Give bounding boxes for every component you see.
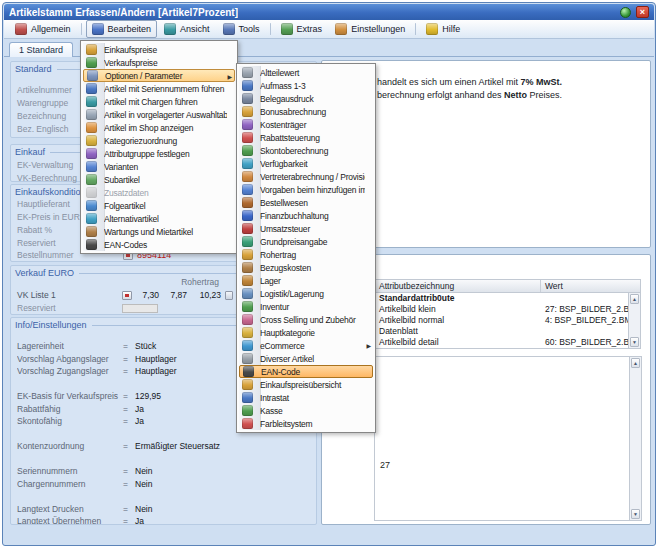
submenu-item-bonusabrechnung[interactable]: Bonusabrechnung [239,105,373,118]
submenu-item-intrastat[interactable]: Intrastat [239,391,373,404]
menubar-item-label: Bearbeiten [108,24,152,34]
info-label: Langtext Drucken [17,503,123,516]
menu-item-artikel-in-vorgelagerter-auswahltabelle-verbergen[interactable]: Artikel in vorgelagerter Auswahltabelle … [83,108,235,121]
submenu-item-cross-selling-und-zubehör[interactable]: Cross Selling und Zubehör [239,313,373,326]
attr-value: 4: BSP_BILDER_2.BMP [545,315,628,326]
warehouse-icon [242,275,253,286]
menu-item-subartikel[interactable]: Subartikel [83,173,235,186]
batches-icon [86,96,97,107]
submenu-item-belegausdruck[interactable]: Belegausdruck [239,92,373,105]
scroll-down-button[interactable] [631,509,640,519]
tab-1-standard[interactable]: 1 Standard [9,42,73,57]
scroll-up-button[interactable] [631,358,640,368]
info-label: Rabattfähig [17,403,123,416]
close-button[interactable] [636,6,649,18]
mwst-highlight: 7% MwSt. [521,77,563,87]
menu-item-attributgruppe-festlegen[interactable]: Attributgruppe festlegen [83,147,235,160]
info-value: Ja [135,415,144,428]
info-label: EK-Basis für Verkaufspreis [17,390,123,403]
menubar-item-bearbeiten[interactable]: Bearbeiten [86,20,158,38]
general-icon [15,23,27,35]
info-value: Ja [135,403,144,416]
menu-item-wartungs-und-mietartikel[interactable]: Wartungs und Mietartikel [83,225,235,238]
menubar-item[interactable] [270,23,271,35]
detail-scrollbar[interactable] [629,357,641,520]
reserviert-label: Reserviert [17,303,56,313]
spin-icon[interactable] [225,291,233,300]
submenu-item-skontoberechnung[interactable]: Skontoberechnung [239,144,373,157]
submenu-item-kasse[interactable]: Kasse [239,404,373,417]
field-label: Bezeichnung [17,111,66,121]
submenu-item-ean-code[interactable]: EAN-Code [239,365,373,378]
menu-item-alternativartikel[interactable]: Alternativartikel [83,212,235,225]
field-label: Artikelnummer [17,85,72,95]
menu-item-zusatzdaten[interactable]: Zusatzdaten [83,186,235,199]
menu-item-ean-codes[interactable]: EAN-Codes [83,238,235,251]
submenu-item-umsatzsteuer[interactable]: Umsatzsteuer [239,222,373,235]
menu-item-einkaufspreise[interactable]: Einkaufspreise [83,43,235,56]
menubar-item-allgemein[interactable]: Allgemein [9,20,77,38]
menu-item-verkaufspreise[interactable]: Verkaufspreise [83,56,235,69]
submenu-item-rabattsteuerung[interactable]: Rabattsteuerung [239,131,373,144]
scroll-up-button[interactable] [630,294,639,304]
info-label: Langtext Übernehmen [17,515,123,525]
logistics-icon [242,288,253,299]
info-label: Vorschlag Zugangslager [17,365,123,378]
submenu-item-label: Altteilewert [260,68,365,78]
section-title: Einkauf [15,147,45,157]
submenu-item-altteilewert[interactable]: Altteilewert [239,66,373,79]
attribute-name-column-header[interactable]: Attributbezeichnung [375,280,541,292]
submenu-item-ecommerce[interactable]: eCommerce [239,339,373,352]
window-status-icon[interactable] [620,7,631,18]
submenu-item-bezugskosten[interactable]: Bezugskosten [239,261,373,274]
submenu-item-label: Rohertrag [260,250,365,260]
menubar-item-einstellungen[interactable]: Einstellungen [329,20,411,38]
submenu-item-finanzbuchhaltung[interactable]: Finanzbuchhaltung [239,209,373,222]
submenu-item-grundpreisangabe[interactable]: Grundpreisangabe [239,235,373,248]
ecommerce-icon [242,340,253,351]
menubar-item[interactable] [415,23,416,35]
submenu-item-verfügbarkeit[interactable]: Verfügbarkeit [239,157,373,170]
field-label: EK-Preis in EUR [17,212,80,222]
menubar-item-tools[interactable]: Tools [217,20,266,38]
app-window: Artikelstamm Erfassen/Ändern [Artikel7Pr… [2,2,656,546]
menubar-item-ansicht[interactable]: Ansicht [158,20,216,38]
menu-item-varianten[interactable]: Varianten [83,160,235,173]
submenu-item-aufmass-1-3[interactable]: Aufmass 1-3 [239,79,373,92]
submenu-item-inventur[interactable]: Inventur [239,300,373,313]
menubar-item-hilfe[interactable]: Hilfe [420,20,466,38]
submenu-item-vorgaben-beim-hinzufügen-im-beleg[interactable]: Vorgaben beim hinzufügen im Beleg [239,183,373,196]
submenu-item-einkaufspreisübersicht[interactable]: Einkaufspreisübersicht [239,378,373,391]
submenu-item-hauptkategorie[interactable]: Hauptkategorie [239,326,373,339]
submenu-item-farbleitsystem[interactable]: Farbleitsystem [239,417,373,430]
menu-item-artikel-mit-seriennummern-führen[interactable]: Artikel mit Seriennummern führen [83,82,235,95]
accounting-icon [242,210,253,221]
submenu-item-rohertrag[interactable]: Rohertrag [239,248,373,261]
menu-item-artikel-im-shop-anzeigen[interactable]: Artikel im Shop anzeigen [83,121,235,134]
additional-data-icon [86,187,97,198]
menu-item-label: Alternativartikel [104,214,227,224]
menubar-item[interactable] [81,23,82,35]
info-label: Seriennummern [17,465,123,478]
info-label: Chargennummern [17,478,123,491]
menu-item-optionen-parameter[interactable]: Optionen / Parameter [83,69,235,82]
submenu-item-kostenträger[interactable]: Kostenträger [239,118,373,131]
info-row [11,453,316,466]
detail-area[interactable]: 27 [374,356,642,521]
submenu-item-lager[interactable]: Lager [239,274,373,287]
menu-item-label: Verkaufspreise [104,58,227,68]
table-scrollbar[interactable] [628,293,640,348]
attribute-value-column-header[interactable]: Wert [541,280,640,292]
price-list-icon[interactable] [122,291,132,300]
submenu-item-logistik-lagerung[interactable]: Logistik/Lagerung [239,287,373,300]
scroll-down-button[interactable] [630,337,639,347]
submenu-item-vertreterabrechnung-provision[interactable]: Vertreterabrechnung / Provision [239,170,373,183]
menu-item-kategoriezuordnung[interactable]: Kategoriezuordnung [83,134,235,147]
submenu-item-label: Aufmass 1-3 [260,81,365,91]
submenu-item-bestellwesen[interactable]: Bestellwesen [239,196,373,209]
reserviert-field[interactable] [122,304,158,313]
menubar-item-extras[interactable]: Extras [275,20,329,38]
submenu-item-diverser-artikel[interactable]: Diverser Artikel [239,352,373,365]
menu-item-artikel-mit-chargen-führen[interactable]: Artikel mit Chargen führen [83,95,235,108]
menu-item-folgeartikel[interactable]: Folgeartikel [83,199,235,212]
